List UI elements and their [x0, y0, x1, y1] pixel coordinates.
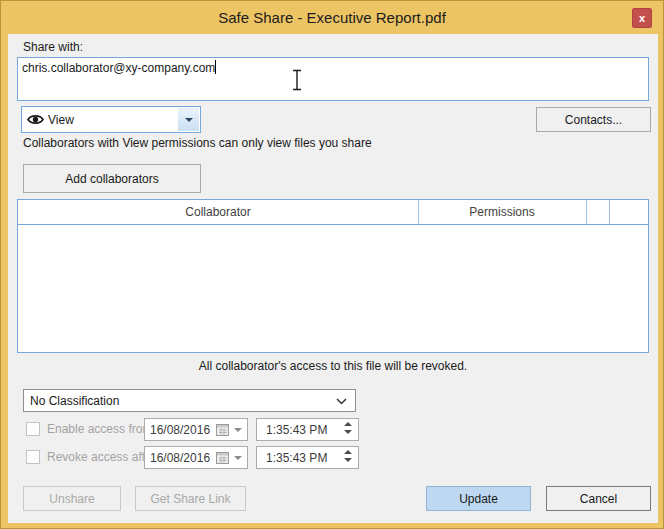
- eye-icon: [27, 113, 44, 126]
- calendar-icon: [216, 424, 229, 436]
- spinner-up-icon[interactable]: [344, 422, 352, 426]
- revoke-access-label: Revoke access after: [47, 450, 156, 464]
- spinner-down-icon[interactable]: [344, 458, 352, 462]
- share-with-label: Share with:: [23, 40, 83, 54]
- revoke-access-row: Revoke access after 16/08/2016 1:35:43 P…: [8, 446, 658, 469]
- column-header-permissions[interactable]: Permissions: [418, 200, 586, 224]
- permissions-helper-text: Collaborators with View permissions can …: [23, 136, 372, 150]
- permission-dropdown-arrow[interactable]: [178, 108, 199, 131]
- column-divider[interactable]: [609, 200, 610, 224]
- permission-value: View: [48, 113, 74, 127]
- get-share-link-button[interactable]: Get Share Link: [135, 486, 246, 511]
- revoke-access-time-value: 1:35:43 PM: [266, 451, 327, 465]
- dialog-body: Share with: chris.collaborator@xy-compan…: [8, 34, 658, 523]
- time-spinner-buttons[interactable]: [344, 422, 352, 434]
- revoke-access-checkbox[interactable]: [26, 450, 40, 464]
- enable-access-label: Enable access from: [47, 422, 152, 436]
- window-title: Safe Share - Executive Report.pdf: [218, 9, 446, 26]
- collaborator-table-body[interactable]: [18, 225, 648, 352]
- spinner-up-icon[interactable]: [344, 450, 352, 454]
- enable-access-checkbox[interactable]: [26, 422, 40, 436]
- recipients-input[interactable]: chris.collaborator@xy-company.com: [17, 57, 649, 101]
- enable-access-date-value: 16/08/2016: [150, 423, 210, 437]
- column-divider[interactable]: [418, 200, 419, 224]
- permission-dropdown[interactable]: View: [21, 106, 201, 133]
- close-button[interactable]: x: [632, 8, 652, 28]
- revoke-access-date-picker[interactable]: 16/08/2016: [144, 446, 248, 469]
- revoke-access-time-spinner[interactable]: 1:35:43 PM: [256, 446, 359, 469]
- cancel-button[interactable]: Cancel: [546, 486, 651, 511]
- add-collaborators-button[interactable]: Add collaborators: [23, 164, 201, 193]
- column-header-collaborator[interactable]: Collaborator: [18, 200, 418, 224]
- enable-access-time-spinner[interactable]: 1:35:43 PM: [256, 418, 359, 441]
- update-button[interactable]: Update: [426, 486, 531, 511]
- column-divider[interactable]: [586, 200, 587, 224]
- recipients-value: chris.collaborator@xy-company.com: [22, 61, 215, 75]
- date-dropdown-icon[interactable]: [234, 428, 242, 432]
- revoke-note: All collaborator's access to this file w…: [8, 359, 658, 373]
- chevron-down-icon: [185, 118, 193, 122]
- time-spinner-buttons[interactable]: [344, 450, 352, 462]
- safe-share-dialog: Safe Share - Executive Report.pdf x Shar…: [0, 0, 664, 529]
- calendar-icon: [216, 452, 229, 464]
- enable-access-time-value: 1:35:43 PM: [266, 423, 327, 437]
- chevron-down-icon: [336, 398, 347, 405]
- text-caret: [215, 60, 216, 74]
- spinner-down-icon[interactable]: [344, 430, 352, 434]
- enable-access-date-picker[interactable]: 16/08/2016: [144, 418, 248, 441]
- unshare-button[interactable]: Unshare: [23, 486, 121, 511]
- revoke-access-date-value: 16/08/2016: [150, 451, 210, 465]
- classification-value: No Classification: [30, 394, 119, 408]
- classification-select[interactable]: No Classification: [23, 389, 356, 412]
- collaborator-table[interactable]: Collaborator Permissions: [17, 199, 649, 353]
- collaborator-table-header: Collaborator Permissions: [18, 200, 648, 225]
- date-dropdown-icon[interactable]: [234, 456, 242, 460]
- contacts-button[interactable]: Contacts...: [536, 107, 651, 132]
- titlebar: Safe Share - Executive Report.pdf x: [1, 1, 663, 34]
- enable-access-row: Enable access from 16/08/2016 1:35:43 PM: [8, 418, 658, 441]
